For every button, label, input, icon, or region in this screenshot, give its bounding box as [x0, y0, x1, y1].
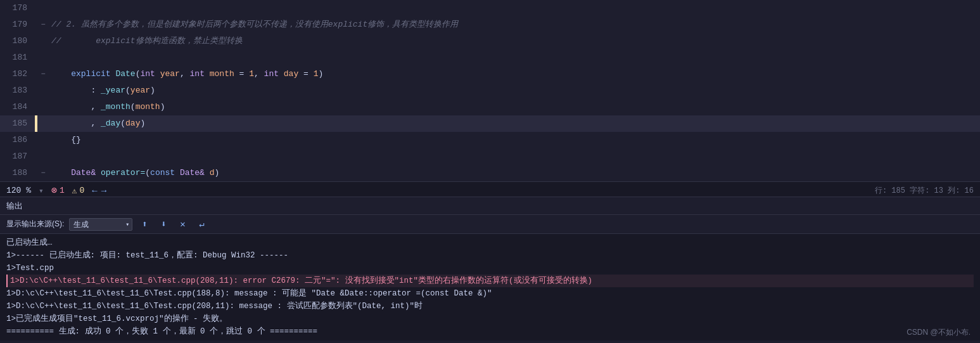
list-item: 1>------ 已启动生成: 项目: test_11_6，配置: Debug …	[6, 249, 974, 262]
warning-count: 0	[80, 186, 85, 195]
error-circle-icon: ⊗	[51, 184, 57, 197]
fold-gutter	[37, 115, 49, 132]
fold-gutter: −	[37, 66, 49, 82]
line-number: 181	[0, 49, 35, 66]
table-row: 186 {}	[0, 132, 980, 148]
line-number: 185	[0, 115, 35, 132]
output-toolbar: 显示输出来源(S): 生成 ⬆ ⬇ ✕ ↵	[0, 215, 980, 234]
fold-gutter	[37, 33, 49, 49]
table-row: 185 , _day(day)	[0, 115, 980, 132]
source-select-wrapper[interactable]: 生成	[69, 218, 132, 231]
list-item: 1>D:\c\C++\test_11_6\test_11_6\Test.cpp(…	[6, 275, 974, 287]
output-title: 输出	[6, 200, 23, 212]
list-item: ========== 生成: 成功 0 个，失败 1 个，最新 0 个，跳过 0…	[6, 325, 974, 338]
fold-gutter	[37, 132, 49, 148]
list-item: 1>D:\c\C++\test_11_6\test_11_6\Test.cpp(…	[6, 287, 974, 300]
table-row: 181	[0, 49, 980, 66]
line-number: 184	[0, 99, 35, 115]
nav-forward-arrow[interactable]: →	[101, 186, 106, 196]
line-number: 188	[0, 165, 35, 181]
fold-gutter	[37, 82, 49, 99]
list-item: 已启动生成…	[6, 236, 974, 249]
code-content: , _month(month)	[49, 99, 980, 115]
watermark: CSDN @不如小布.	[907, 327, 970, 338]
wrap-icon: ↵	[199, 219, 204, 230]
output-content: 已启动生成… 1>------ 已启动生成: 项目: test_11_6，配置:…	[0, 234, 980, 340]
output-header: 输出	[0, 197, 980, 215]
line-number: 183	[0, 82, 35, 99]
table-row: 184 , _month(month)	[0, 99, 980, 115]
fold-gutter	[37, 49, 49, 66]
code-content: // 2. 虽然有多个参数，但是创建对象时后两个参数可以不传递，没有使用expl…	[49, 16, 980, 33]
scroll-down-icon: ⬇	[161, 219, 166, 230]
code-content	[49, 0, 980, 16]
clear-button[interactable]: ✕	[175, 217, 189, 231]
main-container: 178 179 − // 2. 虽然有多个参数，但是创建对象时后两个参数可以不传…	[0, 0, 980, 343]
table-row: 178	[0, 0, 980, 16]
code-content: : _year(year)	[49, 82, 980, 99]
table-row: 187	[0, 148, 980, 165]
zoom-dropdown-icon[interactable]: ▾	[39, 186, 44, 196]
line-number: 182	[0, 66, 35, 82]
code-content	[49, 148, 980, 165]
wrap-button[interactable]: ↵	[194, 217, 208, 231]
clear-icon: ✕	[180, 219, 185, 230]
source-label: 显示输出来源(S):	[6, 219, 64, 230]
status-bar: 120 % ▾ ⊗ 1 ⚠ 0 ← → 行: 185 字符: 13 列: 16	[0, 181, 980, 197]
cursor-position: 行: 185 字符: 13 列: 16	[875, 185, 974, 196]
error-status: ⊗ 1	[51, 184, 65, 197]
zoom-level: 120 %	[6, 186, 31, 195]
code-content: Date& operator=(const Date& d)	[49, 165, 980, 181]
code-editor: 178 179 − // 2. 虽然有多个参数，但是创建对象时后两个参数可以不传…	[0, 0, 980, 197]
list-item: 1>D:\c\C++\test_11_6\test_11_6\Test.cpp(…	[6, 300, 974, 313]
error-count: 1	[60, 186, 65, 195]
fold-gutter	[37, 99, 49, 115]
line-number: 178	[0, 0, 35, 16]
line-number: 179	[0, 16, 35, 33]
table-row: 180 // explicit修饰构造函数，禁止类型转换	[0, 33, 980, 49]
source-select[interactable]: 生成	[69, 218, 132, 231]
code-content: {}	[49, 132, 980, 148]
code-content: // explicit修饰构造函数，禁止类型转换	[49, 33, 980, 49]
scroll-down-button[interactable]: ⬇	[156, 217, 170, 231]
line-number: 180	[0, 33, 35, 49]
fold-gutter: −	[37, 165, 49, 181]
code-content: , _day(day)	[49, 115, 980, 132]
scroll-up-icon: ⬆	[142, 219, 147, 230]
fold-gutter: −	[37, 16, 49, 33]
fold-gutter	[37, 148, 49, 165]
code-lines: 178 179 − // 2. 虽然有多个参数，但是创建对象时后两个参数可以不传…	[0, 0, 980, 181]
fold-gutter	[37, 0, 49, 16]
output-panel: 输出 显示输出来源(S): 生成 ⬆ ⬇ ✕ ↵ 已启动生成… 1>------…	[0, 197, 980, 340]
line-number: 187	[0, 148, 35, 165]
line-number: 186	[0, 132, 35, 148]
table-row: 179 − // 2. 虽然有多个参数，但是创建对象时后两个参数可以不传递，没有…	[0, 16, 980, 33]
list-item: 1>已完成生成项目"test_11_6.vcxproj"的操作 - 失败。	[6, 313, 974, 325]
warning-status: ⚠ 0	[72, 186, 85, 196]
warning-triangle-icon: ⚠	[72, 186, 77, 196]
scroll-up-button[interactable]: ⬆	[137, 217, 151, 231]
table-row: 188 − Date& operator=(const Date& d)	[0, 165, 980, 181]
navigation-arrows[interactable]: ← →	[92, 186, 106, 196]
table-row: 183 : _year(year)	[0, 82, 980, 99]
code-content: explicit Date(int year, int month = 1, i…	[49, 66, 980, 82]
list-item: 1>Test.cpp	[6, 262, 974, 275]
table-row: 182 − explicit Date(int year, int month …	[0, 66, 980, 82]
nav-back-arrow[interactable]: ←	[92, 186, 97, 196]
code-content	[49, 49, 980, 66]
